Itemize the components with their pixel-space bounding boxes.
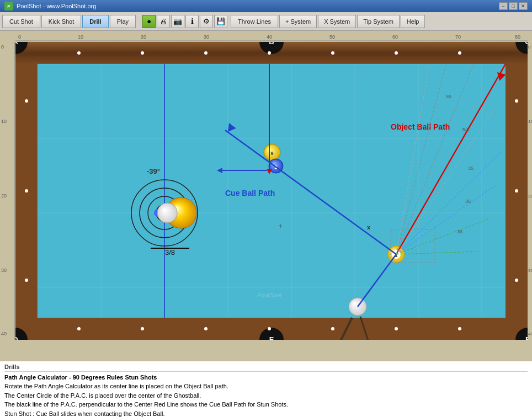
x-system-button[interactable]: X System	[318, 15, 356, 28]
camera-icon[interactable]: 📷	[171, 15, 184, 28]
help-button[interactable]: Help	[401, 15, 425, 28]
svg-text:10: 10	[1, 119, 7, 124]
svg-text:0: 0	[528, 45, 531, 50]
close-button[interactable]: ✕	[519, 2, 528, 10]
window-controls[interactable]: − □ ✕	[499, 2, 528, 10]
tip-system-button[interactable]: Tip System	[357, 15, 400, 28]
svg-text:0: 0	[18, 34, 21, 40]
ruler-left: 0 10 20 30 40	[0, 42, 15, 361]
svg-text:10: 10	[78, 34, 83, 40]
cut-shot-button[interactable]: Cut Shot	[2, 15, 40, 28]
svg-text:80: 80	[515, 34, 520, 40]
plus-system-button[interactable]: + System	[279, 15, 317, 28]
svg-text:30: 30	[1, 268, 7, 273]
app-icon: P	[4, 2, 13, 10]
svg-text:60: 60	[392, 34, 398, 40]
kick-shot-button[interactable]: Kick Shot	[41, 15, 81, 28]
title-bar: P PoolShot - www.PoolShot.org − □ ✕	[0, 0, 532, 12]
print-icon[interactable]: 🖨	[157, 15, 170, 28]
gear-icon[interactable]: ⚙	[200, 15, 213, 28]
svg-text:0: 0	[1, 44, 4, 50]
svg-text:20: 20	[1, 193, 7, 199]
minimize-button[interactable]: −	[499, 2, 508, 10]
save-icon[interactable]: 💾	[214, 15, 227, 28]
green-circle-icon[interactable]: ●	[142, 15, 156, 28]
info-line-4: Stun Shot : Cue Ball slides when contact…	[4, 409, 528, 418]
throw-lines-button[interactable]: Throw Lines	[231, 15, 278, 28]
info-line-3: The black line of the P.A.C. perpendicul…	[4, 400, 528, 409]
pool-area: 0 10 20 30 40 50 60 70 80 0 10 20 30 40 …	[0, 31, 532, 361]
svg-text:40: 40	[267, 34, 272, 40]
info-section-label: Drills	[4, 363, 528, 372]
maximize-button[interactable]: □	[509, 2, 518, 10]
svg-text:70: 70	[455, 34, 461, 40]
svg-text:30: 30	[528, 268, 532, 273]
pool-table-canvas[interactable]	[15, 42, 528, 340]
window-title: PoolShot - www.PoolShot.org	[17, 3, 96, 9]
info-panel-title: Path Angle Calculator - 90 Degrees Rules…	[4, 374, 528, 381]
ruler-top: 0 10 20 30 40 50 60 70 80	[15, 31, 532, 42]
drill-button[interactable]: Drill	[82, 15, 108, 28]
play-button[interactable]: Play	[110, 15, 136, 28]
info-line-1: Rotate the Path Angle Calculator as its …	[4, 382, 528, 391]
info-icon[interactable]: ℹ	[185, 15, 199, 28]
info-panel: Drills Path Angle Calculator - 90 Degree…	[0, 361, 532, 417]
svg-text:20: 20	[528, 194, 532, 199]
svg-text:50: 50	[329, 34, 335, 40]
svg-text:40: 40	[528, 332, 532, 336]
svg-text:10: 10	[528, 119, 532, 124]
svg-text:40: 40	[1, 331, 7, 336]
info-line-2: The Center Circle of the P.A.C. is place…	[4, 391, 528, 400]
toolbar: Cut Shot Kick Shot Drill Play ● 🖨 📷 ℹ ⚙ …	[0, 12, 532, 31]
ruler-right: 0 10 20 30 40	[528, 42, 532, 361]
icon-group: ● 🖨 📷 ℹ ⚙ 💾	[142, 15, 227, 28]
svg-text:20: 20	[141, 34, 146, 40]
svg-text:30: 30	[204, 34, 209, 40]
